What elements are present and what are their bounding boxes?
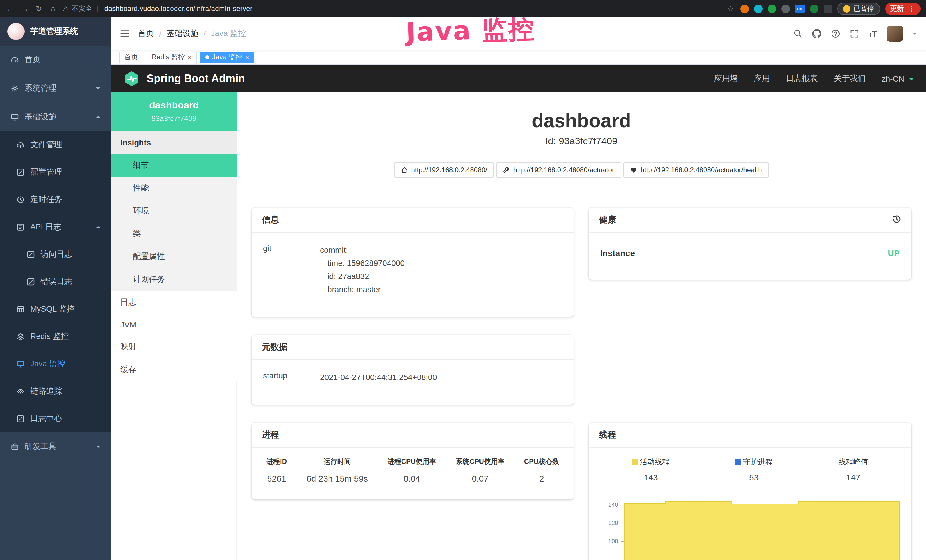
service-url-button[interactable]: http://192.168.0.2:48080/ — [394, 162, 494, 178]
sba-brand[interactable]: Spring Boot Admin — [123, 70, 245, 87]
sba-menu-caches[interactable]: 缓存 — [111, 358, 237, 381]
drop-extension-icon[interactable] — [754, 4, 762, 13]
legend-swatch-blue — [735, 459, 741, 465]
sidebar-item-infrastructure[interactable]: 基础设施 — [0, 103, 111, 131]
sidebar-item-log-center[interactable]: 日志中心 — [0, 405, 111, 433]
tab-home[interactable]: 首页 — [119, 51, 143, 63]
gauge-icon — [11, 56, 19, 64]
lighthouse-extension-icon[interactable] — [740, 4, 749, 13]
back-icon[interactable]: ← — [6, 5, 15, 12]
sidebar-item-redis-monitor[interactable]: Redis 监控 — [0, 323, 111, 350]
grid-extension-icon[interactable] — [781, 4, 790, 13]
sba-menu-config-props[interactable]: 配置属性 — [111, 245, 237, 268]
process-metric: CPU核心数 2 — [522, 457, 561, 483]
breadcrumb-infrastructure[interactable]: 基础设施 — [166, 29, 198, 39]
sba-language-select[interactable]: zh-CN — [882, 74, 914, 83]
sidebar-item-mysql-monitor[interactable]: MySQL 监控 — [0, 295, 111, 323]
sidebar-item-error-logs[interactable]: 错误日志 — [0, 268, 111, 295]
sidebar-item-system-management[interactable]: 系统管理 — [0, 74, 111, 103]
sba-instance-header[interactable]: dashboard 93a3fc7f7409 — [111, 92, 237, 131]
font-size-icon[interactable]: TT — [869, 30, 877, 38]
svg-text:120: 120 — [608, 520, 618, 526]
close-icon[interactable]: × — [188, 54, 192, 61]
sba-menu-mappings[interactable]: 映射 — [111, 336, 237, 358]
forward-icon[interactable]: → — [20, 5, 29, 12]
app-logo[interactable]: 芋道管理系统 — [0, 17, 111, 45]
process-card-header: 进程 — [251, 423, 574, 448]
tab-redis-monitor[interactable]: Redis 监控 × — [147, 51, 197, 63]
sba-insights-group: Insights 细节 性能 环境 类 配置属性 计划任务 — [111, 131, 237, 291]
sba-sidebar: dashboard 93a3fc7f7409 Insights 细节 性能 环境… — [111, 92, 237, 560]
edit-icon — [27, 250, 35, 259]
address-bar[interactable]: dashboard.yudao.iocoder.cn/infra/admin-s… — [104, 5, 253, 12]
process-metric: 进程CPU使用率 0.04 — [385, 457, 439, 483]
breadcrumb-home[interactable]: 首页 — [138, 29, 154, 39]
sba-nav-wallboard[interactable]: 应用墙 — [714, 74, 738, 84]
briefcase-icon — [11, 443, 19, 451]
info-card-header: 信息 — [251, 208, 574, 233]
health-card-header: 健康 — [589, 208, 911, 233]
sidebar-item-home[interactable]: 首页 — [0, 45, 111, 74]
sidebar-item-api-logs[interactable]: API 日志 — [0, 213, 111, 241]
reload-icon[interactable]: ↻ — [34, 5, 43, 12]
sidebar-item-tracing[interactable]: 链路追踪 — [0, 378, 111, 405]
health-icon — [630, 166, 637, 173]
github-icon[interactable] — [813, 29, 822, 38]
process-metric: 系统CPU使用率 0.07 — [454, 457, 507, 483]
green-extension-icon[interactable] — [767, 4, 776, 13]
eye-icon — [17, 387, 24, 395]
tab-java-monitor[interactable]: Java 监控 × — [200, 51, 254, 63]
search-icon[interactable] — [794, 29, 803, 38]
sba-menu-scheduled-tasks[interactable]: 计划任务 — [111, 268, 237, 291]
user-avatar[interactable] — [887, 26, 903, 42]
breadcrumb: 首页 / 基础设施 / Java 监控 — [138, 29, 246, 39]
threads-card: 线程 活动线程 143 守护进程 — [589, 423, 911, 560]
sidebar-item-scheduled-tasks[interactable]: 定时任务 — [0, 186, 111, 213]
wrench-icon — [503, 166, 510, 173]
sba-menu-jvm[interactable]: JVM — [111, 314, 237, 336]
close-icon[interactable]: × — [245, 54, 249, 61]
tabs-bar: 首页 Redis 监控 × Java 监控 × — [111, 50, 926, 65]
sba-nav-applications[interactable]: 应用 — [754, 74, 770, 84]
history-icon[interactable] — [892, 215, 901, 226]
home-icon[interactable]: ⌂ — [48, 5, 57, 12]
sidebar-item-dev-tools[interactable]: 研发工具 — [0, 433, 111, 461]
chevron-down-icon — [96, 446, 100, 450]
actuator-url-button[interactable]: http://192.168.0.2:48080/actuator — [496, 162, 621, 178]
help-icon[interactable] — [831, 29, 840, 38]
hamburger-icon[interactable] — [120, 29, 130, 38]
chevron-up-icon — [96, 224, 100, 228]
legend-daemon-threads: 守护进程 53 — [735, 457, 773, 482]
home-icon — [401, 166, 407, 173]
sba-menu-performance[interactable]: 性能 — [111, 177, 237, 200]
breadcrumb-current: Java 监控 — [211, 29, 246, 39]
sidebar-item-config-management[interactable]: 配置管理 — [0, 159, 111, 186]
list-icon — [17, 223, 24, 231]
fullscreen-icon[interactable] — [850, 29, 859, 38]
on-extension-icon[interactable]: on — [795, 4, 805, 13]
sba-instance-name: dashboard — [117, 100, 231, 111]
smiley-icon — [843, 5, 850, 12]
edit-icon — [17, 415, 24, 423]
app-logo-avatar — [8, 23, 24, 40]
sidebar-item-java-monitor[interactable]: Java 监控 — [0, 350, 111, 378]
health-url-button[interactable]: http://192.168.0.2:48080/actuator/health — [623, 162, 769, 178]
sba-menu-logs[interactable]: 日志 — [111, 291, 237, 314]
paused-badge[interactable]: 已暂停 — [837, 3, 880, 15]
sidebar-item-file-management[interactable]: 文件管理 — [0, 131, 111, 159]
security-warning[interactable]: ⚠ 不安全 | — [63, 4, 99, 14]
sba-nav-about[interactable]: 关于我们 — [834, 74, 866, 84]
active-dot — [205, 55, 209, 59]
update-button[interactable]: 更新 ⋮ — [885, 3, 920, 15]
sba-menu-environment[interactable]: 环境 — [111, 200, 237, 222]
bookmark-star-icon[interactable]: ☆ — [726, 5, 735, 12]
sba-menu-classes[interactable]: 类 — [111, 222, 237, 245]
sba-nav-journal[interactable]: 日志报表 — [786, 74, 818, 84]
sidebar-item-access-logs[interactable]: 访问日志 — [0, 241, 111, 268]
warning-icon: ⚠ — [63, 5, 69, 12]
chevron-down-icon[interactable] — [912, 33, 917, 37]
metadata-card: 元数据 startup 2021-04-27T00:44:31.254+08:0… — [251, 335, 574, 404]
leaf-extension-icon[interactable] — [809, 4, 818, 13]
sba-menu-details[interactable]: 细节 — [111, 154, 237, 177]
plugin-extension-icon[interactable] — [823, 4, 832, 13]
